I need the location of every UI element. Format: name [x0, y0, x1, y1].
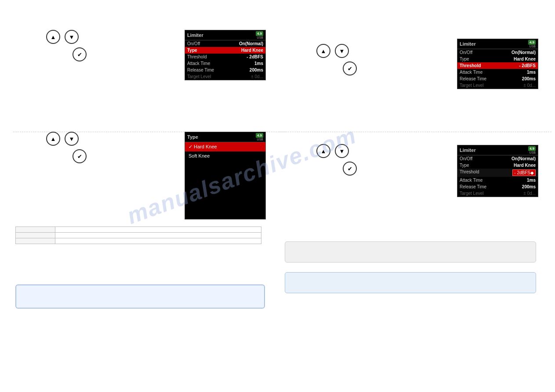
- table-cell-value: [55, 233, 261, 238]
- mid-right-lcd-title: Limiter: [460, 147, 476, 153]
- mid-left-down-button[interactable]: ▼: [65, 132, 79, 146]
- top-left-row-onoff: On/Off On(Normal): [185, 40, 265, 47]
- top-left-row-attack: Attack Time 1ms: [185, 60, 265, 67]
- mid-left-controls: ▲ ▼ ✔: [46, 132, 87, 163]
- mid-right-row-release: Release Time 200ms: [457, 183, 538, 190]
- table-row: [16, 227, 261, 233]
- note-box-right-2: [285, 272, 536, 293]
- top-left-row-type: Type Hard Knee: [185, 47, 265, 54]
- top-right-down-button[interactable]: ▼: [335, 44, 349, 58]
- info-table: [15, 227, 261, 244]
- table-row: [16, 238, 261, 244]
- top-right-row-type: Type Hard Knee: [457, 56, 538, 62]
- type-item-soft-knee[interactable]: Soft Knee: [185, 151, 265, 160]
- table-cell-header: [16, 233, 55, 238]
- mid-right-row-target: Target Level ± 0d...: [457, 190, 538, 197]
- mid-right-lcd-usb: USB: [530, 151, 536, 154]
- top-left-controls: ▲ ▼ ✔: [46, 30, 87, 61]
- mid-right-lcd-badge: 4.9: [528, 146, 536, 151]
- top-right-lcd-usb: USB: [530, 45, 536, 48]
- table-cell-header: [16, 238, 55, 244]
- mid-left-lcd: Type 4.9 USB ✓ Hard Knee Soft Knee: [185, 132, 266, 219]
- top-right-check-button[interactable]: ✔: [343, 61, 357, 76]
- top-left-lcd-usb: USB: [257, 36, 263, 39]
- mid-left-lcd-title: Type: [187, 134, 198, 140]
- top-right-row-target: Target Level ± 0d...: [457, 82, 538, 89]
- mid-right-check-button[interactable]: ✔: [343, 162, 357, 176]
- table-cell-header: [16, 227, 55, 233]
- top-right-row-threshold: Threshold - 2dBFS: [457, 62, 538, 69]
- top-left-row-release: Release Time 200ms: [185, 67, 265, 73]
- top-left-row-target: Target Level ± 0d...: [185, 73, 265, 80]
- mid-left-check-button[interactable]: ✔: [73, 149, 87, 163]
- mid-left-lcd-badge: 4.9: [256, 133, 263, 138]
- top-left-down-button[interactable]: ▼: [65, 30, 79, 44]
- mid-right-down-button[interactable]: ▼: [335, 144, 349, 158]
- mid-right-row-threshold: Threshold - 2dBFS◆: [457, 169, 538, 177]
- note-box-right-1: [285, 241, 536, 263]
- mid-right-up-button[interactable]: ▲: [316, 144, 330, 158]
- top-left-lcd-badge: 4.9: [256, 31, 263, 36]
- note-box-left: [15, 284, 265, 309]
- mid-right-row-onoff: On/Off On(Normal): [457, 155, 538, 162]
- table-row: [16, 233, 261, 238]
- mid-left-lcd-usb: USB: [257, 138, 263, 141]
- top-right-row-release: Release Time 200ms: [457, 76, 538, 82]
- mid-right-row-type: Type Hard Knee: [457, 162, 538, 169]
- top-right-controls: ▲ ▼ ✔: [316, 44, 357, 76]
- mid-right-lcd: Limiter 4.9 USB On/Off On(Normal) Type H…: [457, 145, 538, 197]
- hard-knee-checkmark: ✓ Hard Knee: [189, 144, 217, 149]
- mid-right-controls: ▲ ▼ ✔: [316, 144, 357, 176]
- soft-knee-label: Soft Knee: [189, 153, 210, 158]
- top-left-row-threshold: Threshold - 2dBFS: [185, 54, 265, 60]
- top-left-check-button[interactable]: ✔: [73, 47, 87, 61]
- top-left-up-button[interactable]: ▲: [46, 30, 60, 44]
- top-right-lcd: Limiter 4.9 USB On/Off On(Normal) Type H…: [457, 39, 538, 89]
- top-left-lcd: Limiter 4.9 USB On/Off On(Normal) Type H…: [185, 30, 266, 80]
- table-cell-value: [55, 238, 261, 244]
- h-divider-right: [279, 132, 551, 132]
- top-right-lcd-title: Limiter: [460, 41, 476, 47]
- mid-right-row-attack: Attack Time 1ms: [457, 177, 538, 183]
- top-right-row-attack: Attack Time 1ms: [457, 69, 538, 76]
- top-right-row-onoff: On/Off On(Normal): [457, 49, 538, 56]
- mid-left-up-button[interactable]: ▲: [46, 132, 60, 146]
- table-cell-value: [55, 227, 261, 233]
- top-left-lcd-title: Limiter: [187, 32, 203, 38]
- top-right-lcd-badge: 4.9: [528, 40, 536, 45]
- top-right-up-button[interactable]: ▲: [316, 44, 330, 58]
- threshold-edit-value: - 2dBFS◆: [512, 169, 536, 176]
- type-item-hard-knee[interactable]: ✓ Hard Knee: [185, 142, 265, 151]
